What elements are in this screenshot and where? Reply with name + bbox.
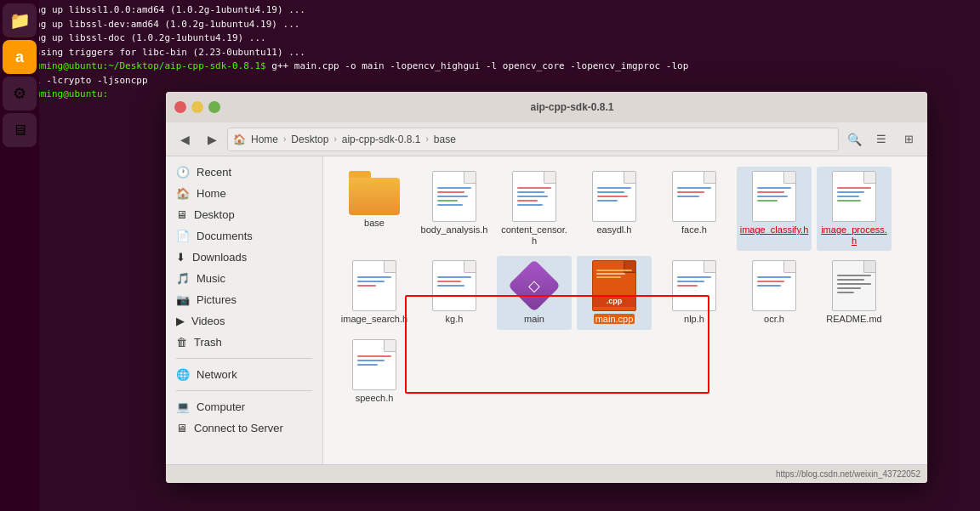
file-item-speech[interactable]: speech.h [337, 335, 412, 407]
file-label-main: main [524, 314, 544, 324]
file-item-kg[interactable]: kg.h [417, 256, 492, 329]
header-icon-body-analysis [432, 171, 476, 222]
maximize-button[interactable] [208, 101, 220, 113]
file-item-body-analysis[interactable]: body_analysis.h [417, 167, 492, 251]
file-label-main-cpp: main.cpp [594, 314, 635, 324]
dock: 📁 a ⚙ 🖥 [0, 0, 39, 511]
sidebar-item-trash[interactable]: 🗑 Trash [166, 332, 322, 353]
titlebar: aip-cpp-sdk-0.8.1 [166, 92, 927, 122]
file-grid: base body_analys [323, 156, 927, 464]
statusbar: https://blog.csdn.net/weixin_43722052 [166, 464, 927, 483]
videos-icon: ▶ [176, 315, 185, 327]
recent-icon: 🕐 [176, 166, 190, 179]
breadcrumb-home[interactable]: Home [248, 133, 282, 146]
file-item-content-censor[interactable]: content_censor.h [497, 167, 572, 251]
downloads-icon: ⬇ [176, 251, 185, 264]
breadcrumb: 🏠 Home › Desktop › aip-cpp-sdk-0.8.1 › b… [227, 128, 839, 151]
file-item-image-search[interactable]: image_search.h [337, 256, 412, 329]
file-label-body-analysis: body_analysis.h [421, 224, 488, 236]
connect-icon: 🖥 [176, 422, 187, 434]
header-icon-content-censor [512, 171, 556, 222]
header-icon-face [672, 171, 716, 222]
file-label-kg: kg.h [446, 314, 464, 324]
breadcrumb-sep1: › [283, 134, 286, 144]
search-button[interactable]: 🔍 [842, 128, 866, 151]
sidebar-item-music[interactable]: 🎵 Music [166, 268, 322, 289]
file-label-easydl: easydl.h [597, 224, 632, 235]
window-title: aip-cpp-sdk-0.8.1 [225, 101, 919, 113]
system-dock-icon[interactable]: 🖥 [3, 113, 37, 147]
file-label-nlp: nlp.h [684, 314, 704, 324]
file-item-ocr[interactable]: ocr.h [737, 256, 812, 329]
terminal-content: Setting up libssl1.0.0:amd64 (1.0.2g-1ub… [0, 0, 980, 105]
sidebar-item-videos[interactable]: ▶ Videos [166, 310, 322, 332]
file-label-image-search: image_search.h [341, 314, 407, 325]
breadcrumb-base[interactable]: base [430, 133, 459, 146]
music-icon: 🎵 [176, 272, 190, 285]
file-item-base[interactable]: base [337, 167, 412, 251]
amazon-dock-icon[interactable]: a [3, 40, 37, 74]
file-label-readme: README.md [826, 314, 881, 324]
header-icon-kg [432, 260, 476, 311]
file-item-face[interactable]: face.h [657, 167, 732, 251]
breadcrumb-home-icon: 🏠 [233, 133, 246, 145]
breadcrumb-sdk[interactable]: aip-cpp-sdk-0.8.1 [339, 133, 424, 146]
executable-icon-main: ◇ [509, 260, 560, 311]
cpp-icon-main: .cpp [592, 260, 636, 311]
back-button[interactable]: ◀ [173, 128, 197, 151]
sidebar-item-recent[interactable]: 🕐 Recent [166, 162, 322, 183]
file-label-face: face.h [681, 224, 707, 235]
file-label-speech: speech.h [356, 393, 394, 403]
pictures-icon: 📷 [176, 293, 190, 306]
header-icon-image-process [832, 171, 876, 222]
file-item-easydl[interactable]: easydl.h [577, 167, 652, 251]
grid-view-button[interactable]: ⊞ [897, 128, 920, 151]
sidebar-item-pictures[interactable]: 📷 Pictures [166, 289, 322, 310]
computer-icon: 💻 [176, 400, 190, 413]
file-label-base: base [364, 218, 385, 228]
statusbar-url: https://blog.csdn.net/weixin_43722052 [776, 469, 920, 479]
file-item-main-cpp[interactable]: .cpp main.cpp [577, 256, 652, 329]
forward-button[interactable]: ▶ [200, 128, 224, 151]
header-icon-nlp [672, 260, 716, 311]
sidebar-item-connect[interactable]: 🖥 Connect to Server [166, 417, 322, 439]
trash-icon: 🗑 [176, 336, 187, 349]
list-view-button[interactable]: ☰ [869, 128, 893, 151]
sidebar-item-downloads[interactable]: ⬇ Downloads [166, 247, 322, 268]
sidebar-item-documents[interactable]: 📄 Documents [166, 225, 322, 247]
file-item-main[interactable]: ◇ main [497, 256, 572, 329]
readme-icon [832, 260, 876, 311]
file-label-content-censor: content_censor.h [499, 224, 569, 247]
file-item-nlp[interactable]: nlp.h [657, 256, 732, 329]
sidebar-item-desktop[interactable]: 🖥 Desktop [166, 204, 322, 225]
fm-body: 🕐 Recent 🏠 Home 🖥 Desktop 📄 Documents ⬇ … [166, 156, 927, 464]
file-manager-window: aip-cpp-sdk-0.8.1 ◀ ▶ 🏠 Home › Desktop ›… [166, 92, 927, 483]
minimize-button[interactable] [191, 101, 203, 113]
file-label-image-process: image_process.h [819, 224, 889, 247]
file-label-ocr: ocr.h [764, 314, 784, 324]
home-icon: 🏠 [176, 187, 190, 200]
file-item-image-process[interactable]: image_process.h [817, 167, 892, 251]
header-icon-image-classify [752, 171, 796, 222]
network-icon: 🌐 [176, 368, 190, 381]
breadcrumb-desktop[interactable]: Desktop [288, 133, 332, 146]
sidebar-item-network[interactable]: 🌐 Network [166, 364, 322, 385]
toolbar: ◀ ▶ 🏠 Home › Desktop › aip-cpp-sdk-0.8.1… [166, 122, 927, 156]
sidebar-item-computer[interactable]: 💻 Computer [166, 396, 322, 417]
documents-icon: 📄 [176, 230, 190, 242]
breadcrumb-sep3: › [425, 134, 428, 144]
settings-dock-icon[interactable]: ⚙ [3, 77, 37, 111]
file-label-image-classify: image_classify.h [740, 224, 809, 236]
header-icon-easydl [592, 171, 636, 222]
file-item-image-classify[interactable]: image_classify.h [737, 167, 812, 251]
header-icon-speech [352, 339, 396, 390]
desktop-icon: 🖥 [176, 208, 187, 221]
sidebar-item-home[interactable]: 🏠 Home [166, 183, 322, 204]
header-icon-ocr [752, 260, 796, 311]
header-icon-image-search [352, 260, 396, 311]
folder-icon-base [349, 171, 400, 215]
breadcrumb-sep2: › [333, 134, 336, 144]
file-item-readme[interactable]: README.md [817, 256, 892, 329]
close-button[interactable] [174, 101, 186, 113]
files-dock-icon[interactable]: 📁 [3, 3, 37, 37]
